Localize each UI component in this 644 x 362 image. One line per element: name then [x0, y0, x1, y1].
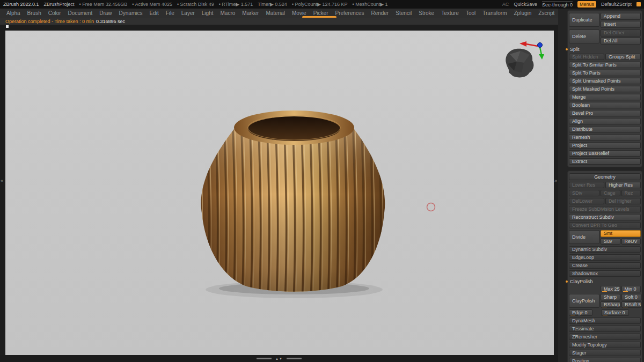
menu-item[interactable]: Texture: [441, 10, 459, 16]
divide-button[interactable]: Divide: [569, 230, 599, 244]
groups-split-button[interactable]: Groups Split: [605, 54, 641, 60]
modify-topology-group-header[interactable]: Modify Topology: [569, 342, 641, 348]
menu-item[interactable]: Color: [48, 10, 61, 16]
axis-z-blue: [538, 43, 543, 48]
duplicate-button[interactable]: Duplicate: [569, 13, 599, 27]
menu-item[interactable]: Render: [371, 10, 389, 16]
bevel-pro-button[interactable]: Bevel Pro: [569, 110, 641, 116]
smt-toggle[interactable]: Smt: [601, 230, 641, 237]
claypolish-max-slider[interactable]: Max 25: [601, 286, 620, 292]
soft-slider[interactable]: Soft 0: [621, 294, 641, 300]
quicksave-button[interactable]: QuickSave: [514, 2, 537, 7]
menu-item[interactable]: Transform: [482, 10, 507, 16]
tool-palette: Duplicate Append Insert Delete Del Other…: [558, 9, 644, 362]
del-all-button[interactable]: Del All: [601, 38, 641, 45]
boolean-button[interactable]: Boolean: [569, 102, 641, 108]
menus-button[interactable]: Menus: [577, 1, 596, 8]
split-to-similar-parts-button[interactable]: Split To Similar Parts: [569, 62, 641, 68]
edge-slider[interactable]: Edge 0: [569, 309, 592, 316]
surface-slider[interactable]: Surface 0: [601, 309, 629, 316]
menu-item[interactable]: Zscript: [538, 10, 554, 16]
scroll-updown-icon[interactable]: ▲▼: [275, 357, 283, 360]
titlebar-stat: • PolyCount▶ 124.716 KP: [292, 2, 348, 7]
subtool-section: Duplicate Append Insert Delete Del Other…: [567, 10, 642, 167]
higher-res-button[interactable]: Higher Res: [605, 182, 641, 188]
split-masked-points-button[interactable]: Split Masked Points: [569, 86, 641, 92]
append-button[interactable]: Append: [601, 13, 641, 20]
menu-item[interactable]: Alpha: [6, 10, 20, 16]
menu-item[interactable]: Dynamics: [119, 10, 143, 16]
ac-indicator: AC: [502, 2, 509, 7]
menu-item[interactable]: Draw: [99, 10, 112, 16]
menu-item[interactable]: Preferences: [335, 10, 364, 16]
titlebar-stat: • RTime▶ 1.571: [219, 2, 253, 7]
scrollbar-track-right[interactable]: [287, 358, 302, 359]
project-button[interactable]: Project: [569, 142, 641, 149]
crease-group-header[interactable]: Crease: [569, 262, 641, 269]
claypolish-group-header[interactable]: ClayPolish: [569, 278, 641, 284]
remesh-button[interactable]: Remesh: [569, 134, 641, 141]
titlebar-stat: • Scratch Disk 49: [177, 2, 214, 7]
status-bar: Operation completed - Time taken : 0 min…: [0, 18, 558, 25]
insert-button[interactable]: Insert: [601, 21, 641, 28]
claypolish-button[interactable]: ClayPolish: [569, 294, 599, 308]
dynamesh-group-header[interactable]: DynaMesh: [569, 317, 641, 324]
position-group-header[interactable]: Position: [569, 358, 641, 362]
distribute-button[interactable]: Distribute: [569, 126, 641, 132]
tessimate-group-header[interactable]: Tessimate: [569, 326, 641, 332]
see-through-slider[interactable]: See-through 0: [542, 2, 573, 8]
extract-button[interactable]: Extract: [569, 158, 641, 165]
menu-item[interactable]: Zplugin: [514, 10, 532, 16]
menu-item[interactable]: Macro: [221, 10, 236, 16]
menu-item[interactable]: Brush: [27, 10, 41, 16]
menu-item[interactable]: Marker: [242, 10, 259, 16]
slider-tick: [570, 315, 575, 316]
split-unmasked-points-button[interactable]: Split Unmasked Points: [569, 78, 641, 84]
edgeloop-group-header[interactable]: EdgeLoop: [569, 254, 641, 261]
preview-head: [506, 49, 533, 78]
align-button[interactable]: Align: [569, 118, 641, 124]
menu-item[interactable]: Layer: [181, 10, 195, 16]
reuv-button[interactable]: ReUV: [621, 238, 641, 245]
divider-handle-icon: [6, 25, 9, 28]
menu-item[interactable]: Picker: [313, 10, 328, 16]
split-hidden-button: Split Hidden: [569, 54, 604, 60]
shadowbox-group-header[interactable]: ShadowBox: [569, 270, 641, 277]
default-zscript-button[interactable]: DefaultZScript: [601, 2, 632, 7]
menu-item[interactable]: Edit: [149, 10, 158, 16]
merge-button[interactable]: Merge: [569, 94, 641, 100]
menu-item[interactable]: File: [166, 10, 174, 16]
menu-item[interactable]: Light: [202, 10, 214, 16]
delete-button[interactable]: Delete: [569, 29, 599, 43]
menu-item[interactable]: Document: [68, 10, 93, 16]
split-to-parts-button[interactable]: Split To Parts: [569, 70, 641, 76]
stager-group-header[interactable]: Stager: [569, 350, 641, 356]
geometry-header[interactable]: Geometry: [569, 173, 641, 180]
project-basrelief-button[interactable]: Project BasRelief: [569, 150, 641, 157]
claypolish-min-slider[interactable]: Min 0: [621, 286, 641, 292]
dynamic-subdiv-group-header[interactable]: Dynamic Subdiv: [569, 246, 641, 253]
split-group-header[interactable]: Split: [569, 46, 641, 52]
bottom-scrollbar[interactable]: ▲▼: [0, 355, 558, 362]
suv-toggle[interactable]: Suv: [601, 238, 620, 245]
reconstruct-subdiv-button[interactable]: Reconstruct Subdiv: [569, 214, 641, 220]
rsoft-slider[interactable]: RSoft 5: [621, 301, 641, 308]
menu-item[interactable]: Stroke: [419, 10, 434, 16]
scroll-right-icon[interactable]: »: [554, 179, 557, 183]
slider-tick: [602, 291, 607, 292]
title-bar: ZBrush 2022.0.1 ZBrushProject • Free Mem…: [0, 0, 644, 9]
slider-tick: [603, 315, 608, 316]
status-time: 0.316895 sec: [96, 19, 125, 24]
zremesher-group-header[interactable]: ZRemesher: [569, 334, 641, 340]
rsharp-button[interactable]: RSharp: [601, 301, 620, 308]
menu-item[interactable]: Movie: [292, 10, 306, 16]
scroll-left-icon[interactable]: «: [1, 179, 3, 183]
zbrush-window: ZBrush 2022.0.1 ZBrushProject • Free Mem…: [0, 0, 644, 362]
sharp-button[interactable]: Sharp: [601, 294, 620, 300]
menu-item[interactable]: Material: [266, 10, 285, 16]
menu-item[interactable]: Tool: [466, 10, 475, 16]
vase-opening: [248, 116, 340, 141]
menu-item[interactable]: Stencil: [396, 10, 412, 16]
document-canvas[interactable]: [5, 31, 554, 355]
scrollbar-track-left[interactable]: [257, 358, 272, 359]
